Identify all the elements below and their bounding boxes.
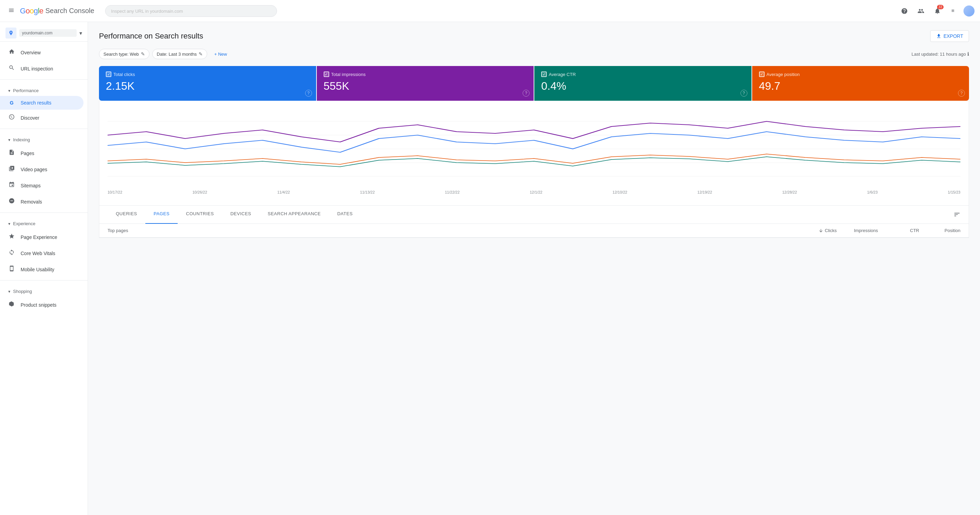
impressions-value: 555K (324, 80, 527, 92)
metric-cards: ✓ Total clicks 2.15K ? ✓ Total impressio… (99, 66, 969, 101)
date-label: Date: Last 3 months (157, 51, 197, 57)
sort-down-icon (818, 228, 823, 233)
position-checkbox[interactable]: ✓ (759, 72, 765, 77)
section-performance[interactable]: ▾ Performance (0, 83, 88, 96)
top-navigation: Google Search Console Inspect any URL in… (0, 0, 980, 22)
performance-chart (108, 108, 961, 190)
new-filter-button[interactable]: + New (210, 49, 231, 59)
top-search-bar[interactable]: Inspect any URL in yourdomain.com (105, 5, 277, 17)
video-pages-label: Video pages (21, 167, 48, 172)
tab-countries[interactable]: COUNTRIES (178, 206, 222, 224)
chevron-down-icon-4: ▾ (8, 289, 10, 294)
table-header-pages-label: Top pages (108, 228, 795, 233)
sidebar-item-overview[interactable]: Overview (0, 45, 83, 61)
clicks-help-icon[interactable]: ? (305, 90, 312, 97)
metric-card-impressions[interactable]: ✓ Total impressions 555K ? (317, 66, 534, 101)
sidebar-item-discover[interactable]: Discover (0, 110, 83, 126)
sidebar-item-core-web-vitals[interactable]: Core Web Vitals (0, 245, 83, 261)
experience-section-label: Experience (13, 221, 35, 226)
url-inspection-label: URL inspection (21, 66, 53, 72)
home-icon (8, 48, 15, 56)
product-snippets-icon (8, 301, 15, 309)
metric-card-ctr[interactable]: ✓ Average CTR 0.4% ? (535, 66, 751, 101)
tab-queries-label: QUERIES (116, 211, 137, 216)
overview-label: Overview (21, 50, 41, 55)
chart-container: 10/17/22 10/26/22 11/4/22 11/13/22 11/22… (99, 101, 969, 206)
tab-countries-label: COUNTRIES (186, 211, 214, 216)
x-label-0: 10/17/22 (108, 190, 123, 194)
position-help-icon[interactable]: ? (958, 90, 965, 97)
notifications-icon[interactable]: 33 (931, 4, 944, 18)
chevron-down-icon-2: ▾ (8, 137, 10, 142)
sidebar-item-sitemaps[interactable]: Sitemaps (0, 177, 83, 194)
main-content: Performance on Search results EXPORT Sea… (88, 22, 980, 515)
apps-icon[interactable] (947, 4, 961, 18)
tab-pages[interactable]: PAGES (145, 206, 178, 224)
search-results-label: Search results (21, 100, 51, 105)
app-title: Search Console (45, 7, 94, 15)
table-header-impressions[interactable]: Impressions (837, 228, 878, 233)
table-filter-icon[interactable] (953, 206, 961, 223)
notification-badge: 33 (937, 5, 943, 9)
sidebar-item-mobile-usability[interactable]: Mobile Usability (0, 261, 83, 277)
ctr-help-icon[interactable]: ? (740, 90, 748, 97)
impressions-checkbox[interactable]: ✓ (324, 72, 329, 77)
table-header-ctr[interactable]: CTR (878, 228, 919, 233)
x-label-10: 1/15/23 (948, 190, 961, 194)
x-label-9: 1/6/23 (867, 190, 878, 194)
property-dropdown-icon[interactable]: ▾ (80, 30, 82, 37)
sidebar-item-page-experience[interactable]: Page Experience (0, 229, 83, 245)
sitemaps-icon (8, 182, 15, 190)
property-selector[interactable]: yourdomain.com ▾ (0, 22, 88, 41)
section-shopping[interactable]: ▾ Shopping (0, 283, 88, 297)
ctr-col-label: CTR (910, 228, 919, 233)
tab-devices-label: DEVICES (230, 211, 251, 216)
x-label-8: 12/28/22 (783, 190, 797, 194)
help-icon[interactable] (897, 4, 911, 18)
hamburger-menu[interactable] (5, 5, 17, 17)
tab-queries[interactable]: QUERIES (108, 206, 145, 224)
sidebar-item-pages[interactable]: Pages (0, 145, 83, 161)
last-updated-text: Last updated: 11 hours ago (912, 51, 966, 57)
divider-1 (0, 80, 88, 80)
date-filter[interactable]: Date: Last 3 months ✎ (152, 49, 207, 59)
tab-dates-label: DATES (337, 211, 353, 216)
export-button[interactable]: EXPORT (930, 30, 969, 42)
data-tabs: QUERIES PAGES COUNTRIES DEVICES SEARCH A… (99, 206, 969, 223)
table-header-position[interactable]: Position (919, 228, 961, 233)
sidebar-item-url-inspection[interactable]: URL inspection (0, 61, 83, 77)
tab-devices[interactable]: DEVICES (222, 206, 259, 224)
sidebar-item-video-pages[interactable]: Video pages (0, 161, 83, 177)
clicks-value: 2.15K (106, 80, 309, 92)
user-avatar[interactable] (964, 5, 975, 16)
date-edit-icon: ✎ (199, 51, 203, 57)
search-type-filter[interactable]: Search type: Web ✎ (99, 49, 150, 59)
mobile-usability-icon (8, 265, 15, 273)
removals-icon (8, 198, 15, 206)
table-header-clicks[interactable]: Clicks (795, 228, 837, 233)
section-experience[interactable]: ▾ Experience (0, 215, 88, 229)
tab-search-appearance[interactable]: SEARCH APPEARANCE (259, 206, 329, 224)
manage-users-icon[interactable] (914, 4, 928, 18)
data-table: Top pages Clicks Impressions CTR Positio… (99, 223, 969, 238)
metric-card-position[interactable]: ✓ Average position 49.7 ? (752, 66, 969, 101)
page-header: Performance on Search results EXPORT (99, 30, 969, 42)
ctr-checkbox[interactable]: ✓ (541, 72, 547, 77)
last-updated-help-icon[interactable]: ℹ (967, 51, 969, 57)
tab-dates[interactable]: DATES (329, 206, 361, 224)
clicks-checkbox[interactable]: ✓ (106, 72, 111, 77)
indexing-section-label: Indexing (13, 137, 30, 142)
video-pages-icon (8, 165, 15, 173)
sidebar-item-search-results[interactable]: G Search results (0, 96, 83, 110)
section-indexing[interactable]: ▾ Indexing (0, 132, 88, 145)
metric-card-clicks[interactable]: ✓ Total clicks 2.15K ? (99, 66, 316, 101)
clicks-label: Total clicks (113, 72, 135, 77)
page-experience-icon (8, 233, 15, 241)
impressions-help-icon[interactable]: ? (523, 90, 530, 97)
pages-label: Pages (21, 151, 34, 156)
sidebar-item-removals[interactable]: Removals (0, 194, 83, 210)
x-label-7: 12/19/22 (698, 190, 712, 194)
sidebar-item-product-snippets[interactable]: Product snippets (0, 297, 83, 313)
pages-icon (8, 149, 15, 157)
google-g-icon: G (8, 100, 15, 105)
